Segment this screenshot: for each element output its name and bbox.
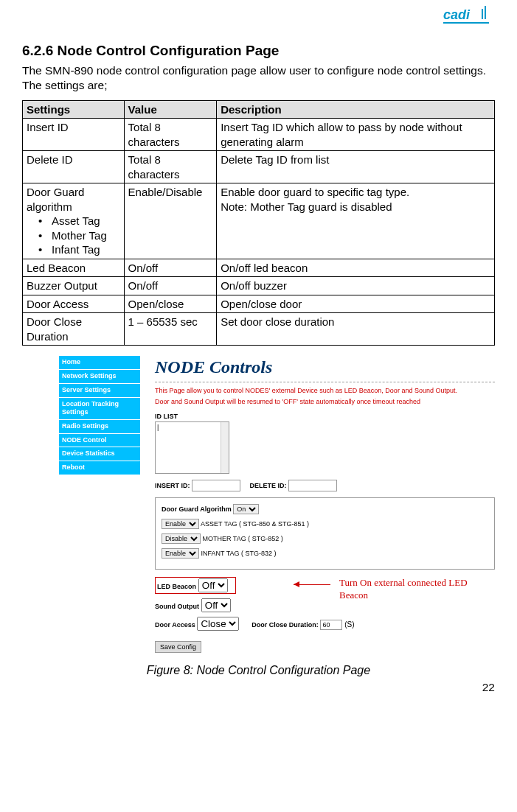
door-access-label: Door Access — [155, 621, 195, 629]
svg-text:cadi: cadi — [443, 7, 471, 22]
door-guard-panel: Door Guard Algorithm On Enable ASSET TAG… — [155, 497, 495, 570]
section-intro: The SMN-890 node control configuration p… — [22, 63, 495, 93]
led-beacon-label: LED Beacon — [157, 583, 196, 590]
save-config-button[interactable]: Save Config — [155, 641, 201, 653]
table-row: Door Guard algorithmAsset TagMother TagI… — [23, 183, 495, 259]
figure-caption: Figure 8: Node Control Configuration Pag… — [22, 663, 495, 679]
callout-text: Turn On external connected LED Beacon — [339, 577, 495, 602]
panel-desc-1: This Page allow you to control NODES' ex… — [155, 387, 495, 396]
door-guard-main-select[interactable]: On — [233, 504, 259, 514]
table-row: Door Close Duration1 – 65535 secSet door… — [23, 313, 495, 346]
idlist-label: ID LIST — [155, 413, 495, 421]
section-heading: 6.2.6 Node Control Configuration Page — [22, 42, 495, 60]
table-row: Led BeaconOn/offOn/off led beacon — [23, 259, 495, 277]
svg-rect-2 — [485, 6, 486, 19]
panel-desc-2: Door and Sound Output will be resumed to… — [155, 398, 495, 407]
nav-sidebar: HomeNetwork SettingsServer SettingsLocat… — [59, 356, 140, 652]
sidebar-item[interactable]: NODE Control — [59, 434, 140, 448]
idlist-box[interactable]: | — [155, 421, 229, 474]
tag-enable-select[interactable]: Enable — [162, 519, 199, 529]
sound-output-select[interactable]: Off — [201, 598, 231, 612]
tag-enable-select[interactable]: Enable — [162, 548, 199, 559]
tag-row-text: INFANT TAG ( STG-832 ) — [199, 550, 277, 557]
tag-row-text: MOTHER TAG ( STG-852 ) — [201, 535, 283, 542]
insert-id-label: INSERT ID: — [155, 482, 190, 489]
svg-rect-1 — [482, 9, 483, 19]
col-value: Value — [124, 100, 217, 119]
sidebar-item[interactable]: Home — [59, 356, 140, 370]
brand-logo: cadi — [443, 6, 495, 24]
tag-row-text: ASSET TAG ( STG-850 & STG-851 ) — [199, 520, 309, 528]
sidebar-item[interactable]: Radio Settings — [59, 420, 140, 434]
svg-rect-3 — [443, 22, 489, 24]
panel-title: NODE Controls — [155, 356, 495, 382]
duration-unit: (S) — [344, 620, 354, 629]
insert-id-input[interactable] — [192, 480, 240, 491]
door-close-duration-input[interactable] — [320, 620, 342, 630]
sidebar-item[interactable]: Device Statistics — [59, 447, 140, 461]
table-row: Delete IDTotal 8 charactersDelete Tag ID… — [23, 151, 495, 183]
door-access-select[interactable]: Close — [197, 617, 239, 631]
sidebar-item[interactable]: Location Tracking Settings — [59, 398, 140, 420]
page-number: 22 — [22, 680, 495, 695]
embedded-screenshot: HomeNetwork SettingsServer SettingsLocat… — [22, 356, 495, 652]
tag-enable-select[interactable]: Disable — [162, 533, 201, 544]
led-beacon-select[interactable]: Off — [198, 578, 228, 592]
sidebar-item[interactable]: Server Settings — [59, 384, 140, 398]
delete-id-label: DELETE ID: — [250, 482, 287, 489]
callout-arrowhead — [294, 581, 299, 587]
door-close-duration-label: Door Close Duration: — [251, 621, 319, 629]
sidebar-item[interactable]: Network Settings — [59, 370, 140, 384]
sound-output-label: Sound Output — [155, 603, 199, 610]
sidebar-item[interactable]: Reboot — [59, 461, 140, 475]
table-row: Insert IDTotal 8 charactersInsert Tag ID… — [23, 119, 495, 151]
settings-table: Settings Value Description Insert IDTota… — [22, 100, 495, 346]
col-settings: Settings — [23, 100, 125, 119]
table-row: Buzzer OutputOn/offOn/off buzzer — [23, 277, 495, 295]
delete-id-input[interactable] — [288, 480, 337, 491]
door-guard-title: Door Guard Algorithm — [162, 505, 232, 513]
table-row: Door AccessOpen/closeOpen/close door — [23, 295, 495, 313]
col-description: Description — [217, 100, 495, 119]
